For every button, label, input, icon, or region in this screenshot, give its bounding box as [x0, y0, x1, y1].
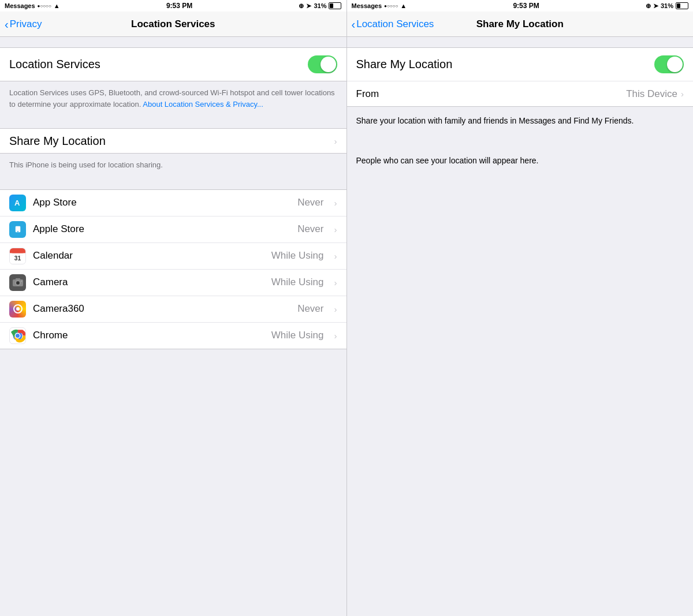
- left-back-button[interactable]: ‹ Privacy: [5, 18, 42, 30]
- left-signal-dots: ●○○○○: [38, 3, 51, 9]
- appstore-permission: Never: [297, 197, 323, 208]
- share-my-location-main-row[interactable]: Share My Location: [347, 47, 694, 81]
- right-arrow-icon: ➤: [653, 2, 658, 10]
- camera360-chevron: ›: [334, 304, 337, 314]
- app-row-applestore[interactable]: Apple Store Never ›: [0, 216, 346, 243]
- camera360-permission: Never: [297, 303, 323, 315]
- share-toggle-thumb: [667, 57, 683, 72]
- right-back-chevron: ‹: [352, 18, 356, 30]
- left-battery-pct: 31%: [314, 2, 326, 9]
- right-battery-pct: 31%: [661, 2, 673, 9]
- right-signal-dots: ●○○○○: [384, 3, 398, 9]
- right-status-bar: Messages ●○○○○ ▲ 9:53 PM ⊕ ➤ 31%: [347, 0, 694, 12]
- camera-icon: [9, 274, 26, 291]
- right-spacer1: [347, 37, 694, 47]
- camera-permission: While Using: [271, 277, 324, 288]
- right-wifi-icon: ▲: [400, 2, 407, 9]
- svg-text:A: A: [14, 199, 20, 207]
- right-battery-icon: [676, 2, 688, 9]
- camera360-icon: [9, 301, 26, 318]
- app-list: A App Store Never › Apple Store Never ›: [0, 189, 346, 349]
- right-panel: Messages ●○○○○ ▲ 9:53 PM ⊕ ➤ 31% ‹ Locat…: [347, 0, 694, 616]
- left-status-right: ⊕ ➤ 31%: [299, 2, 341, 10]
- share-my-location-right-label: Share My Location: [356, 58, 655, 71]
- left-status-left: Messages ●○○○○ ▲: [5, 2, 60, 9]
- location-services-row[interactable]: Location Services: [0, 47, 346, 81]
- applestore-name: Apple Store: [33, 223, 290, 235]
- left-back-chevron: ‹: [5, 18, 9, 30]
- location-services-label: Location Services: [9, 58, 308, 71]
- share-chevron-icon: ›: [334, 136, 337, 146]
- right-back-label[interactable]: Location Services: [356, 18, 434, 30]
- from-chevron-icon: ›: [681, 89, 684, 99]
- people-section: People who can see your location will ap…: [347, 147, 694, 175]
- share-my-location-toggle[interactable]: [654, 55, 684, 73]
- camera360-name: Camera360: [33, 303, 290, 315]
- right-location-icon: ⊕: [646, 2, 651, 10]
- svg-point-15: [16, 307, 20, 311]
- camera-name: Camera: [33, 277, 264, 288]
- share-my-location-label: Share My Location: [9, 135, 334, 148]
- location-services-description: Location Services uses GPS, Bluetooth, a…: [0, 81, 346, 118]
- left-nav-title: Location Services: [131, 18, 215, 30]
- appstore-icon: A: [9, 195, 26, 211]
- share-my-location-row[interactable]: Share My Location ›: [0, 128, 346, 154]
- svg-point-11: [16, 282, 19, 285]
- right-nav-title: Share My Location: [476, 18, 564, 30]
- from-label: From: [356, 88, 627, 100]
- appstore-chevron: ›: [334, 198, 337, 208]
- location-services-toggle[interactable]: [308, 55, 337, 73]
- app-row-chrome[interactable]: Chrome While Using ›: [0, 323, 346, 349]
- left-status-bar: Messages ●○○○○ ▲ 9:53 PM ⊕ ➤ 31%: [0, 0, 346, 12]
- right-spacer2: [347, 135, 694, 144]
- calendar-chevron: ›: [334, 251, 337, 261]
- app-row-camera[interactable]: Camera While Using ›: [0, 270, 346, 296]
- left-back-label[interactable]: Privacy: [10, 18, 42, 30]
- from-value: This Device: [626, 88, 677, 100]
- appstore-name: App Store: [33, 197, 290, 208]
- right-back-button[interactable]: ‹ Location Services: [352, 18, 434, 30]
- right-time: 9:53 PM: [513, 2, 539, 10]
- right-status-left: Messages ●○○○○ ▲: [352, 2, 407, 9]
- left-panel: Messages ●○○○○ ▲ 9:53 PM ⊕ ➤ 31% ‹ Priva…: [0, 0, 346, 616]
- right-carrier: Messages: [352, 2, 382, 9]
- applestore-chevron: ›: [334, 225, 337, 234]
- left-nav-bar: ‹ Privacy Location Services: [0, 12, 346, 37]
- toggle-thumb: [321, 57, 336, 72]
- chrome-permission: While Using: [271, 330, 324, 341]
- svg-point-3: [17, 231, 18, 232]
- chrome-icon: [9, 327, 26, 344]
- applestore-permission: Never: [297, 223, 323, 235]
- calendar-icon: 31: [9, 248, 26, 264]
- left-spacer1: [0, 37, 346, 47]
- svg-point-18: [16, 334, 20, 338]
- chrome-name: Chrome: [33, 330, 264, 341]
- svg-rect-12: [16, 278, 20, 280]
- left-battery-icon: [329, 2, 341, 9]
- calendar-name: Calendar: [33, 250, 264, 262]
- right-description: Share your location with family and frie…: [347, 107, 694, 135]
- calendar-permission: While Using: [271, 250, 324, 262]
- svg-rect-6: [10, 251, 25, 253]
- left-carrier: Messages: [5, 2, 35, 9]
- svg-text:31: 31: [14, 255, 21, 262]
- chrome-chevron: ›: [334, 331, 337, 341]
- app-row-calendar[interactable]: 31 Calendar While Using ›: [0, 243, 346, 270]
- applestore-icon: [9, 221, 26, 238]
- left-time: 9:53 PM: [166, 2, 192, 10]
- share-sub-description: This iPhone is being used for location s…: [0, 154, 346, 179]
- from-row[interactable]: From This Device ›: [347, 81, 694, 107]
- location-privacy-link[interactable]: About Location Services & Privacy...: [143, 100, 263, 109]
- camera-chevron: ›: [334, 278, 337, 288]
- app-row-appstore[interactable]: A App Store Never ›: [0, 190, 346, 216]
- right-status-right: ⊕ ➤ 31%: [646, 2, 688, 10]
- svg-point-13: [21, 281, 22, 282]
- left-wifi-icon: ▲: [54, 2, 60, 9]
- right-nav-bar: ‹ Location Services Share My Location: [347, 12, 694, 37]
- left-arrow-icon: ➤: [306, 2, 311, 10]
- app-row-camera360[interactable]: Camera360 Never ›: [0, 296, 346, 323]
- left-location-icon: ⊕: [299, 2, 304, 10]
